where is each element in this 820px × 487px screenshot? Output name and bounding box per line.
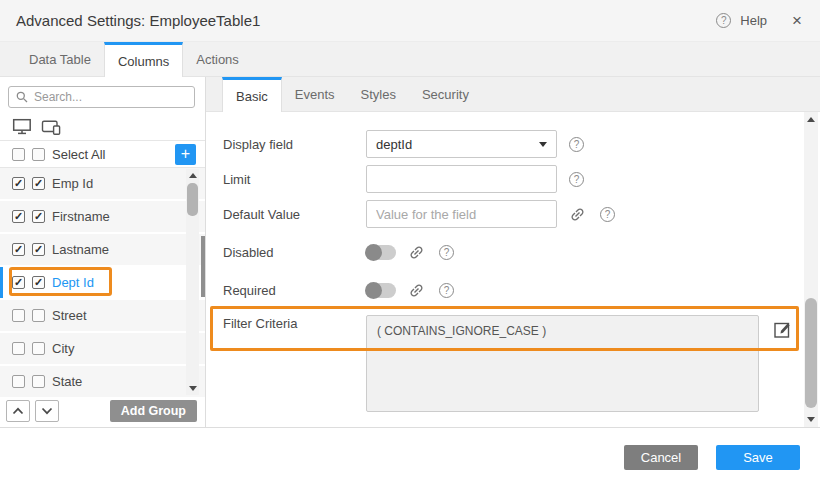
columns-sidebar: Select All + Emp Id Firstname Lastna (0, 77, 206, 427)
mobile-checkbox[interactable] (32, 309, 45, 322)
mobile-checkbox[interactable] (32, 342, 45, 355)
column-list: Emp Id Firstname Lastname Dept Id (0, 168, 205, 397)
add-group-button[interactable]: Add Group (110, 400, 197, 422)
list-item-lastname[interactable]: Lastname (0, 234, 205, 265)
sidebar-scrollbar[interactable] (186, 169, 199, 395)
search-icon (16, 91, 28, 103)
move-down-button[interactable] (35, 400, 59, 422)
mobile-checkbox[interactable] (32, 276, 45, 289)
dialog-header: Advanced Settings: EmployeeTable1 Help (0, 0, 820, 42)
scroll-up-icon[interactable] (807, 117, 815, 122)
display-field-value: deptId (376, 137, 412, 152)
filter-criteria-textarea[interactable]: ( CONTAINS_IGNORE_CASE ) (366, 315, 759, 412)
select-all-label: Select All (52, 147, 105, 162)
link-icon[interactable] (569, 206, 586, 223)
chevron-down-icon (539, 142, 547, 147)
desktop-checkbox[interactable] (12, 309, 25, 322)
column-settings-panel: Basic Events Styles Security Display fie… (206, 77, 820, 427)
filter-criteria-label: Filter Criteria (223, 306, 366, 331)
display-field-select[interactable]: deptId (366, 130, 557, 158)
required-toggle[interactable] (366, 283, 396, 298)
help-icon[interactable] (716, 13, 731, 28)
settings-tabbar: Basic Events Styles Security (206, 77, 820, 112)
required-label: Required (223, 283, 366, 298)
help-link[interactable]: Help (740, 13, 767, 28)
dialog-footer: Cancel Save (0, 427, 820, 487)
list-item-firstname[interactable]: Firstname (0, 201, 205, 232)
dialog-title: Advanced Settings: EmployeeTable1 (16, 12, 260, 29)
scroll-down-icon[interactable] (189, 386, 197, 391)
default-value-input[interactable] (366, 200, 557, 228)
tab-styles[interactable]: Styles (348, 77, 409, 111)
list-item-label: Dept Id (52, 275, 94, 290)
help-icon[interactable] (569, 172, 584, 187)
dialog-tabbar: Data Table Columns Actions (0, 42, 820, 77)
desktop-checkbox[interactable] (12, 243, 25, 256)
desktop-checkbox[interactable] (12, 342, 25, 355)
desktop-checkbox[interactable] (12, 375, 25, 388)
tab-data-table[interactable]: Data Table (16, 42, 104, 76)
default-value-label: Default Value (223, 207, 366, 222)
mobile-checkbox[interactable] (32, 375, 45, 388)
add-column-button[interactable]: + (175, 144, 196, 165)
list-item-label: State (52, 374, 82, 389)
scroll-up-icon[interactable] (189, 173, 197, 178)
limit-label: Limit (223, 172, 366, 187)
default-value-row: Default Value (206, 200, 820, 228)
scrollbar-thumb[interactable] (805, 298, 817, 408)
list-item-street[interactable]: Street (0, 300, 205, 331)
desktop-icon[interactable] (12, 118, 32, 135)
device-visibility-header (0, 114, 205, 141)
list-item-label: City (52, 341, 74, 356)
tab-events[interactable]: Events (282, 77, 348, 111)
content-scrollbar[interactable] (804, 112, 818, 427)
basic-settings-form: Display field deptId Limit Default Value (206, 112, 820, 427)
mobile-checkbox[interactable] (32, 243, 45, 256)
desktop-checkbox[interactable] (12, 210, 25, 223)
filter-criteria-section: Filter Criteria ( CONTAINS_IGNORE_CASE ) (206, 306, 820, 412)
desktop-checkbox[interactable] (12, 276, 25, 289)
search-input[interactable] (34, 90, 187, 104)
mobile-checkbox[interactable] (32, 210, 45, 223)
link-icon[interactable] (408, 244, 425, 261)
disabled-toggle[interactable] (366, 245, 396, 260)
help-icon[interactable] (569, 137, 584, 152)
list-item-city[interactable]: City (0, 333, 205, 364)
required-row: Required (206, 282, 820, 299)
limit-input[interactable] (366, 165, 557, 193)
tab-columns[interactable]: Columns (104, 42, 183, 77)
save-button[interactable]: Save (716, 445, 800, 470)
list-item-emp-id[interactable]: Emp Id (0, 168, 205, 199)
tab-actions[interactable]: Actions (183, 42, 252, 76)
sidebar-controls: Add Group (0, 397, 205, 427)
disabled-row: Disabled (206, 244, 820, 261)
scrollbar-thumb[interactable] (187, 183, 198, 216)
select-all-desktop-checkbox[interactable] (12, 148, 25, 161)
mobile-devices-icon[interactable] (41, 118, 62, 135)
select-all-row: Select All + (0, 141, 205, 169)
move-up-button[interactable] (6, 400, 30, 422)
list-item-label: Lastname (52, 242, 109, 257)
help-icon[interactable] (600, 207, 615, 222)
display-field-row: Display field deptId (206, 130, 820, 158)
list-item-label: Firstname (52, 209, 110, 224)
desktop-checkbox[interactable] (12, 177, 25, 190)
list-item-label: Street (52, 308, 87, 323)
scroll-down-icon[interactable] (807, 417, 815, 422)
outer-scrollbar-thumb[interactable] (201, 236, 205, 297)
search-box (8, 86, 195, 108)
tab-basic[interactable]: Basic (222, 77, 282, 112)
list-item-dept-id[interactable]: Dept Id (0, 267, 205, 298)
toggle-knob (365, 244, 382, 261)
list-item-state[interactable]: State (0, 366, 205, 397)
link-icon[interactable] (408, 282, 425, 299)
edit-icon[interactable] (772, 319, 793, 340)
help-icon[interactable] (439, 283, 454, 298)
cancel-button[interactable]: Cancel (624, 445, 698, 470)
tab-security[interactable]: Security (409, 77, 482, 111)
help-icon[interactable] (439, 245, 454, 260)
mobile-checkbox[interactable] (32, 177, 45, 190)
select-all-mobile-checkbox[interactable] (32, 148, 45, 161)
advanced-settings-dialog: Advanced Settings: EmployeeTable1 Help D… (0, 0, 820, 487)
close-icon[interactable] (792, 12, 802, 29)
